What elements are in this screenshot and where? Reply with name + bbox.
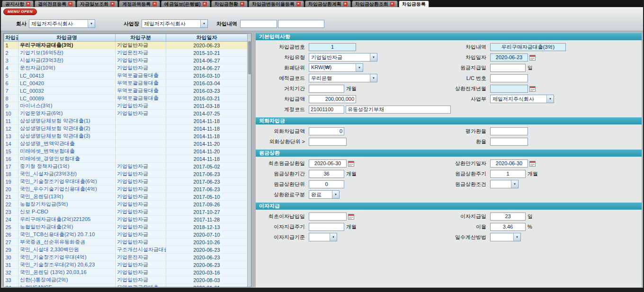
table-row[interactable]: 29국민_시설대 2,330백만원구조개선시설자금대출2020-06-23 [4,246,248,254]
workplace-select[interactable]: 제일저지주식회사 [142,19,208,28]
day-count-method-select[interactable] [490,233,521,241]
loan-type-select[interactable]: 기업일반자금 [309,53,377,62]
table-row[interactable]: 30국민_기술창조기업우대(4억)기업운전자금2020-06-23 [4,254,248,261]
principal-pay-day-input[interactable] [490,64,526,72]
table-row[interactable]: 7LC_00032무역포괄금융대출2016-03-23 [4,87,248,95]
deposit-code-select[interactable]: 우리은행 [309,74,377,82]
calendar-icon[interactable] [529,160,536,167]
tab-item[interactable]: 결의전표등록× [35,0,76,7]
exchange-rate-label: 환율 [414,138,490,145]
table-row[interactable]: 33신한(-)통장예금(2억)기업일반자금2020-08-03 [4,276,248,284]
tab-item[interactable]: 차입금상환계획× [305,0,351,7]
maturity-date-label: 상환만기일자 [414,160,490,167]
table-scrollbar[interactable] [247,34,251,287]
tab-item[interactable]: 차입금상환조회× [352,0,398,7]
menu-open-button[interactable]: MENU OPEN [3,9,37,15]
currency-select[interactable]: KRW(₩) [309,63,363,72]
table-row[interactable]: 26국민_TCB신용대출(2억) 20.7.10기업일반자금2020-07-10 [4,231,248,239]
table-row[interactable]: 32국민_온렌딩 (13억) 20,03,16기업일반자금2020-03-16 [4,269,248,276]
grace-period-input[interactable] [309,85,344,93]
tab-close-icon[interactable]: × [26,2,30,6]
table-row[interactable]: 24우리구매자금대출(2억)221205기업일반자금2017-11-28 [4,216,248,223]
interest-rate-input[interactable] [490,223,526,231]
exchange-rate-input[interactable] [490,138,528,146]
maturity-date-input[interactable] [490,159,528,168]
repay-period-input[interactable] [309,170,344,178]
table-row[interactable]: 15미래에셋_변액보험대출2014-11-20 [4,148,248,155]
table-row[interactable]: 10기업운영자금(6억)기업일반자금2014-07-25 [4,110,248,117]
table-row[interactable]: 31국민_기술창조우대(2억) 20,6,23기업일반자금2020-06-23 [4,261,248,269]
table-row[interactable]: 14삼성생명_변액약관대출2014-11-20 [4,140,248,148]
tab-item[interactable]: 차입금변동이율등록× [249,0,304,7]
table-row[interactable]: 20국민_우수기술기업신용대출(4억)기업일반자금2017-06-23 [4,186,248,193]
division-select[interactable]: 제일저지주식회사 [490,95,554,103]
loan-date-input[interactable] [490,53,528,62]
tab-close-icon[interactable]: × [152,2,157,6]
interest-basis-select[interactable] [309,233,337,241]
calendar-icon[interactable] [529,86,536,92]
scrollbar-thumb[interactable] [248,41,251,74]
loan-name-input[interactable] [490,43,566,51]
loan-code-cell: 33 [4,276,18,284]
table-row[interactable]: 11삼성생명단체보험 약관대출(1)2014-11-18 [4,117,248,125]
table-row[interactable]: 27부국증권_선순위유동화증권기업일반자금2020-10-26 [4,239,248,246]
table-row[interactable]: 18국민_시설자금(23억3천)기업일반자금2017-06-23 [4,170,248,178]
table-row[interactable]: 12삼성생명단체보험 약관대출(2)2014-11-18 [4,125,248,133]
tab-item[interactable]: 차입금현황× [211,0,248,7]
tab-close-icon[interactable]: × [343,2,348,6]
tab-item[interactable]: 계정과목등록× [119,0,160,7]
tab-item[interactable]: 차입금등록 [399,0,429,7]
company-select[interactable]: 제일저지주식회사 [29,19,95,28]
table-row[interactable]: 13삼성생명단체보험 약관대출(3)2014-11-18 [4,133,248,140]
table-row[interactable]: 8LC_00089무역포괄금융대출2016-03-21 [4,95,248,102]
table-row[interactable]: 34농협USANCE무역포괄금융대출2020-01-01 [4,284,248,288]
table-row[interactable]: 17중기청 정책자금(1억)기업일반자금2017-05-02 [4,163,248,170]
tab-close-icon[interactable]: × [110,2,115,6]
tab-item[interactable]: 자금일보조회× [77,0,118,7]
tab-close-icon[interactable]: × [68,2,72,6]
loan-number-input[interactable] [309,43,356,51]
tab-item[interactable]: 예금일보(은행별)× [161,0,210,7]
tab-close-icon[interactable]: × [390,2,394,6]
loan-name-cell: 삼성생명단체보험 약관대출(3) [18,133,116,140]
loan-date-cell: 2017-06-23 [166,178,248,186]
table-row[interactable]: 4운전자금(10억)기업일반자금2014-06-27 [4,64,248,72]
table-row[interactable]: 22농협장기차입금(5억)기업일반자금2017-09-26 [4,201,248,208]
eval-rate-input[interactable] [490,127,528,135]
tab-close-icon[interactable]: × [240,2,244,6]
loan-type-cell: 기업일반자금 [116,64,166,72]
lc-number-input[interactable] [490,74,528,82]
table-row[interactable]: 25농협일반자금대출(2억)기업일반자금2018-12-13 [4,223,248,231]
account-code-input[interactable] [309,106,344,114]
table-row[interactable]: 19국민_기술창조기업우대대출(6억)기업일반자금2017-06-23 [4,178,248,186]
calendar-icon[interactable] [348,213,354,220]
fx-repay-unit-input[interactable] [309,138,347,146]
table-row[interactable]: 16미래에셋_경영인보험대출2014-11-18 [4,155,248,163]
first-repay-date-input[interactable] [309,159,347,168]
fx-amount-input[interactable] [309,127,344,135]
first-interest-date-input[interactable] [309,212,347,221]
repay-cycle-input[interactable] [490,170,526,178]
table-row[interactable]: 6LC_00420무역포괄금융대출2016-03-04 [4,80,248,87]
complete-status-select[interactable]: 완료 [309,190,340,199]
pre-repay-ym-input[interactable] [490,85,528,93]
repay-condition-select[interactable] [490,180,519,188]
tab-close-icon[interactable]: × [296,2,301,6]
repay-unit-input[interactable] [309,180,344,188]
table-row[interactable]: 1우리구매자금대출(3억)기업일반자금2020-06-23 [4,42,248,49]
loan-detail-search-input[interactable] [240,20,277,28]
table-row[interactable]: 23신보 P-CBO기업일반자금2017-10-27 [4,208,248,216]
loan-amount-input[interactable] [309,95,356,103]
calendar-icon[interactable] [348,160,354,167]
account-name-input[interactable] [346,106,451,114]
table-row[interactable]: 21국민_온렌딩(13억)기업일반자금2017-05-10 [4,193,248,201]
interest-cycle-input[interactable] [309,223,344,231]
calendar-icon[interactable] [529,54,536,61]
table-row[interactable]: 3시설자금(23억3천)기업일반자금2014-06-27 [4,57,248,64]
table-row[interactable]: 5LC_00413무역포괄금융대출2016-03-10 [4,72,248,80]
tab-close-icon[interactable]: × [203,2,207,6]
interest-pay-day-input[interactable] [490,212,526,221]
tab-item[interactable]: 공지사항× [2,0,34,7]
table-row[interactable]: 2기업기보(16억5천)기업운전자금2015-10-21 [4,49,248,57]
table-row[interactable]: 9마이너스(3억)기업일반자금2011-03-18 [4,102,248,110]
